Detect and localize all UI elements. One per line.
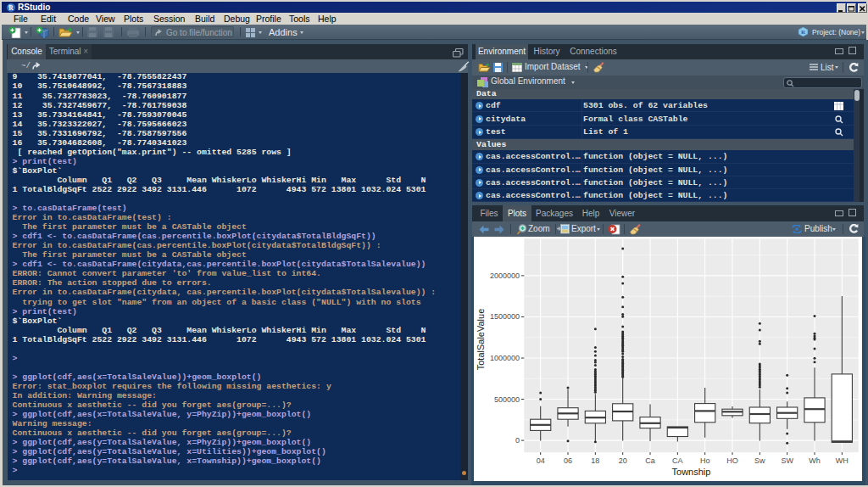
svg-text:1000000: 1000000 — [489, 354, 519, 362]
svg-text:TotalSaleValue: TotalSaleValue — [475, 309, 485, 371]
svg-text:Sw: Sw — [754, 456, 765, 465]
svg-text:Ca: Ca — [645, 456, 655, 465]
svg-text:2000000: 2000000 — [489, 271, 519, 280]
svg-text:SW: SW — [781, 456, 793, 465]
svg-text:HO: HO — [726, 456, 738, 465]
svg-text:18: 18 — [591, 456, 599, 465]
svg-text:CA: CA — [672, 456, 683, 465]
svg-text:1500000: 1500000 — [489, 312, 519, 321]
svg-text:Township: Township — [671, 467, 710, 477]
svg-text:0: 0 — [515, 436, 519, 445]
svg-text:04: 04 — [536, 456, 544, 465]
svg-text:Ho: Ho — [699, 456, 709, 465]
svg-text:20: 20 — [618, 456, 626, 465]
svg-text:R: R — [8, 4, 14, 12]
svg-text:500000: 500000 — [493, 395, 519, 404]
svg-text:WH: WH — [835, 456, 848, 465]
svg-text:06: 06 — [564, 456, 572, 465]
svg-text:Wh: Wh — [809, 456, 821, 465]
